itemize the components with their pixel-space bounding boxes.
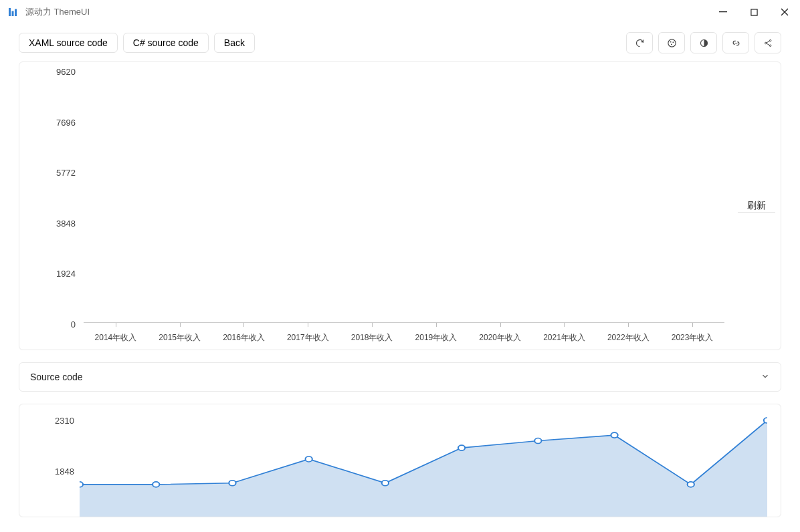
chevron-down-icon (761, 372, 770, 383)
y-tick-label: 9620 (19, 67, 76, 77)
window-title: 源动力 ThemeUI (25, 6, 90, 18)
svg-point-14 (382, 481, 389, 486)
svg-point-19 (764, 418, 767, 423)
app-logo-icon (7, 6, 19, 18)
x-tick-label: 2023年收入 (660, 323, 724, 350)
link-icon-button[interactable] (722, 32, 749, 53)
x-tick-label: 2016年收入 (212, 323, 276, 350)
y-tick-label: 2310 (19, 416, 74, 426)
bar-chart-plot: 9620 7696 5772 3848 1924 0 2014年收入2015年收… (19, 62, 738, 350)
svg-point-17 (611, 432, 617, 438)
svg-point-5 (670, 43, 672, 45)
refresh-side-button[interactable]: 刷新 (738, 200, 775, 213)
svg-point-10 (80, 482, 83, 487)
window-controls (708, 0, 800, 24)
svg-point-9 (769, 45, 771, 47)
x-tick-label: 2014年收入 (84, 323, 148, 350)
y-tick-label: 5772 (19, 168, 76, 178)
svg-point-3 (670, 41, 671, 42)
area-chart-card: 2310 1848 (19, 404, 781, 517)
svg-point-11 (153, 482, 159, 487)
svg-rect-0 (719, 11, 727, 12)
accordion-label: Source code (30, 372, 83, 382)
svg-point-13 (306, 456, 312, 462)
back-button[interactable]: Back (214, 33, 255, 53)
bar-chart-card: 9620 7696 5772 3848 1924 0 2014年收入2015年收… (19, 61, 781, 350)
xaml-source-button[interactable]: XAML source code (19, 33, 118, 53)
y-tick-label: 3848 (19, 218, 76, 228)
toolbar: XAML source code C# source code Back (0, 24, 800, 61)
bar-chart-bars (84, 72, 724, 323)
refresh-icon-button[interactable] (626, 32, 653, 53)
content-scroll[interactable]: 9620 7696 5772 3848 1924 0 2014年收入2015年收… (0, 61, 800, 532)
csharp-source-button[interactable]: C# source code (123, 33, 209, 53)
maximize-button[interactable] (738, 0, 769, 24)
minimize-button[interactable] (708, 0, 738, 24)
svg-point-18 (688, 482, 694, 487)
x-tick-label: 2018年收入 (340, 323, 404, 350)
x-tick-label: 2017年收入 (276, 323, 340, 350)
svg-point-2 (668, 39, 675, 46)
x-tick-label: 2015年收入 (148, 323, 212, 350)
y-tick-label: 1848 (19, 467, 74, 477)
svg-point-7 (765, 42, 767, 44)
palette-icon-button[interactable] (658, 32, 685, 53)
svg-point-16 (534, 438, 541, 444)
y-tick-label: 0 (19, 319, 76, 329)
svg-point-8 (769, 39, 771, 41)
titlebar: 源动力 ThemeUI (0, 0, 800, 24)
svg-point-15 (458, 445, 465, 450)
svg-rect-1 (751, 9, 757, 15)
y-tick-label: 7696 (19, 117, 76, 127)
contrast-icon-button[interactable] (690, 32, 717, 53)
svg-point-4 (672, 41, 674, 43)
close-button[interactable] (769, 0, 800, 24)
x-tick-label: 2019年收入 (404, 323, 468, 350)
x-tick-label: 2020年收入 (468, 323, 532, 350)
y-tick-label: 1924 (19, 269, 76, 279)
share-icon-button[interactable] (755, 32, 781, 53)
area-chart-plot (80, 411, 767, 517)
x-tick-label: 2022年收入 (596, 323, 660, 350)
x-tick-label: 2021年收入 (532, 323, 597, 350)
source-code-accordion[interactable]: Source code (19, 362, 781, 392)
svg-point-12 (229, 481, 235, 486)
